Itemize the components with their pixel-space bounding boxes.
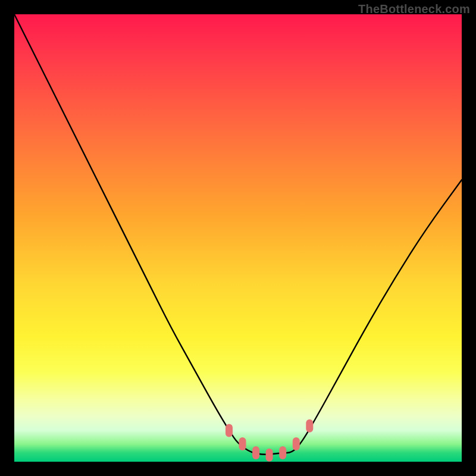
bottleneck-curve: [14, 14, 462, 455]
marker-trough-1: [252, 446, 259, 459]
chart-frame: TheBottleneck.com: [0, 0, 476, 476]
marker-right-upper: [306, 419, 313, 433]
marker-left-upper: [226, 424, 233, 437]
marker-trough-2: [266, 449, 273, 462]
watermark-text: TheBottleneck.com: [358, 2, 470, 16]
marker-right-lower: [293, 437, 300, 450]
marker-left-lower: [239, 437, 246, 450]
curve-markers: [226, 419, 313, 462]
marker-trough-3: [279, 446, 286, 459]
chart-svg: [14, 14, 462, 462]
